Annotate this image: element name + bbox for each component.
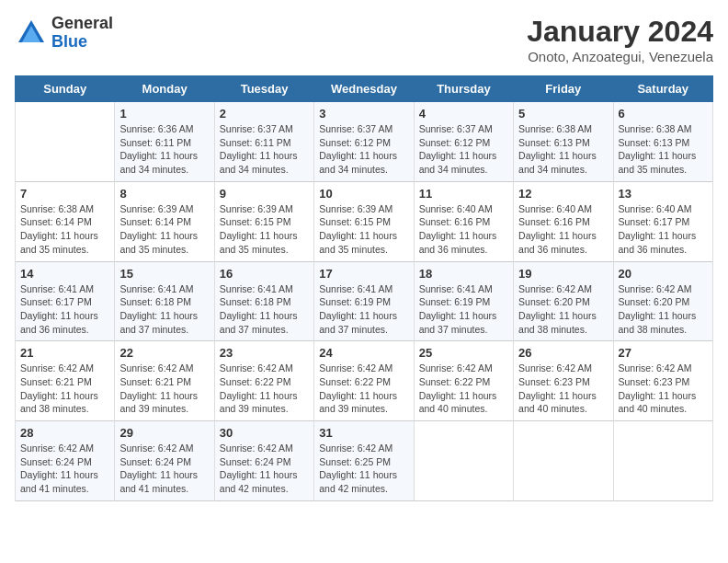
day-number: 22 [119,346,209,360]
calendar-header: SundayMondayTuesdayWednesdayThursdayFrid… [16,76,713,102]
day-cell: 7Sunrise: 6:38 AMSunset: 6:14 PMDaylight… [16,181,115,261]
day-cell: 11Sunrise: 6:40 AMSunset: 6:16 PMDayligh… [414,181,513,261]
day-detail: Sunrise: 6:42 AMSunset: 6:23 PMDaylight:… [619,362,708,416]
day-number: 19 [518,267,608,281]
day-cell: 2Sunrise: 6:37 AMSunset: 6:11 PMDaylight… [214,102,313,182]
day-detail: Sunrise: 6:37 AMSunset: 6:12 PMDaylight:… [419,122,508,177]
day-number: 28 [20,426,109,440]
col-header-tuesday: Tuesday [214,76,313,102]
day-cell: 29Sunrise: 6:42 AMSunset: 6:24 PMDayligh… [115,421,214,501]
calendar-table: SundayMondayTuesdayWednesdayThursdayFrid… [15,75,713,501]
day-cell [613,421,712,501]
logo-icon [15,17,48,50]
day-number: 16 [220,267,309,281]
col-header-monday: Monday [115,76,214,102]
day-cell: 1Sunrise: 6:36 AMSunset: 6:11 PMDaylight… [115,102,214,182]
calendar-body: 1Sunrise: 6:36 AMSunset: 6:11 PMDaylight… [16,102,713,501]
day-number: 31 [319,426,408,440]
day-detail: Sunrise: 6:40 AMSunset: 6:16 PMDaylight:… [419,202,508,257]
day-detail: Sunrise: 6:37 AMSunset: 6:11 PMDaylight:… [220,122,309,177]
day-cell: 14Sunrise: 6:41 AMSunset: 6:17 PMDayligh… [16,261,115,341]
day-detail: Sunrise: 6:38 AMSunset: 6:13 PMDaylight:… [518,122,608,177]
day-cell: 21Sunrise: 6:42 AMSunset: 6:21 PMDayligh… [16,341,115,421]
col-header-sunday: Sunday [16,76,115,102]
day-cell: 9Sunrise: 6:39 AMSunset: 6:15 PMDaylight… [214,181,313,261]
day-number: 12 [518,187,608,201]
day-cell: 31Sunrise: 6:42 AMSunset: 6:25 PMDayligh… [314,421,414,501]
day-detail: Sunrise: 6:42 AMSunset: 6:22 PMDaylight:… [220,362,309,416]
col-header-thursday: Thursday [414,76,513,102]
day-detail: Sunrise: 6:39 AMSunset: 6:15 PMDaylight:… [220,202,309,257]
day-detail: Sunrise: 6:42 AMSunset: 6:20 PMDaylight:… [619,282,708,337]
day-cell: 5Sunrise: 6:38 AMSunset: 6:13 PMDaylight… [514,102,613,182]
day-number: 3 [319,107,408,121]
day-detail: Sunrise: 6:42 AMSunset: 6:24 PMDaylight:… [119,442,209,496]
day-number: 1 [119,107,209,121]
day-detail: Sunrise: 6:41 AMSunset: 6:18 PMDaylight:… [119,282,209,337]
logo-text: General Blue [51,15,113,52]
week-row-2: 14Sunrise: 6:41 AMSunset: 6:17 PMDayligh… [16,261,713,341]
day-detail: Sunrise: 6:42 AMSunset: 6:20 PMDaylight:… [518,282,608,337]
day-cell: 16Sunrise: 6:41 AMSunset: 6:18 PMDayligh… [214,261,313,341]
day-detail: Sunrise: 6:42 AMSunset: 6:24 PMDaylight:… [20,442,109,496]
day-detail: Sunrise: 6:42 AMSunset: 6:25 PMDaylight:… [319,442,408,496]
col-header-friday: Friday [514,76,613,102]
day-cell: 26Sunrise: 6:42 AMSunset: 6:23 PMDayligh… [514,341,613,421]
day-number: 9 [220,187,309,201]
logo: General Blue [15,15,113,52]
day-number: 25 [419,346,508,360]
day-cell: 23Sunrise: 6:42 AMSunset: 6:22 PMDayligh… [214,341,313,421]
day-number: 27 [619,346,708,360]
day-detail: Sunrise: 6:39 AMSunset: 6:14 PMDaylight:… [119,202,209,257]
subtitle: Onoto, Anzoategui, Venezuela [527,49,713,64]
day-cell: 19Sunrise: 6:42 AMSunset: 6:20 PMDayligh… [514,261,613,341]
day-cell: 10Sunrise: 6:39 AMSunset: 6:15 PMDayligh… [314,181,414,261]
day-detail: Sunrise: 6:38 AMSunset: 6:14 PMDaylight:… [20,202,109,257]
day-number: 14 [20,267,109,281]
day-detail: Sunrise: 6:41 AMSunset: 6:17 PMDaylight:… [20,282,109,337]
day-detail: Sunrise: 6:42 AMSunset: 6:21 PMDaylight:… [20,362,109,416]
day-detail: Sunrise: 6:42 AMSunset: 6:21 PMDaylight:… [119,362,209,416]
day-detail: Sunrise: 6:42 AMSunset: 6:22 PMDaylight:… [319,362,408,416]
day-number: 21 [20,346,109,360]
day-detail: Sunrise: 6:42 AMSunset: 6:23 PMDaylight:… [518,362,608,416]
day-number: 29 [119,426,209,440]
day-number: 23 [220,346,309,360]
day-cell: 20Sunrise: 6:42 AMSunset: 6:20 PMDayligh… [613,261,712,341]
title-block: January 2024 Onoto, Anzoategui, Venezuel… [527,15,713,64]
day-cell [16,102,115,182]
day-number: 4 [419,107,508,121]
day-detail: Sunrise: 6:36 AMSunset: 6:11 PMDaylight:… [119,122,209,177]
day-number: 7 [20,187,109,201]
day-detail: Sunrise: 6:42 AMSunset: 6:24 PMDaylight:… [220,442,309,496]
week-row-0: 1Sunrise: 6:36 AMSunset: 6:11 PMDaylight… [16,102,713,182]
day-number: 11 [419,187,508,201]
day-number: 13 [619,187,708,201]
day-detail: Sunrise: 6:41 AMSunset: 6:19 PMDaylight:… [419,282,508,337]
day-detail: Sunrise: 6:38 AMSunset: 6:13 PMDaylight:… [619,122,708,177]
day-number: 30 [220,426,309,440]
day-number: 17 [319,267,408,281]
day-detail: Sunrise: 6:42 AMSunset: 6:22 PMDaylight:… [419,362,508,416]
day-number: 5 [518,107,608,121]
day-cell [414,421,513,501]
col-header-wednesday: Wednesday [314,76,414,102]
day-cell: 24Sunrise: 6:42 AMSunset: 6:22 PMDayligh… [314,341,414,421]
day-number: 15 [119,267,209,281]
day-cell: 17Sunrise: 6:41 AMSunset: 6:19 PMDayligh… [314,261,414,341]
day-cell: 4Sunrise: 6:37 AMSunset: 6:12 PMDaylight… [414,102,513,182]
day-number: 6 [619,107,708,121]
col-header-saturday: Saturday [613,76,712,102]
header-row: SundayMondayTuesdayWednesdayThursdayFrid… [16,76,713,102]
day-number: 24 [319,346,408,360]
day-detail: Sunrise: 6:37 AMSunset: 6:12 PMDaylight:… [319,122,408,177]
day-cell: 18Sunrise: 6:41 AMSunset: 6:19 PMDayligh… [414,261,513,341]
day-detail: Sunrise: 6:41 AMSunset: 6:18 PMDaylight:… [220,282,309,337]
day-cell: 30Sunrise: 6:42 AMSunset: 6:24 PMDayligh… [214,421,313,501]
day-cell: 13Sunrise: 6:40 AMSunset: 6:17 PMDayligh… [613,181,712,261]
week-row-3: 21Sunrise: 6:42 AMSunset: 6:21 PMDayligh… [16,341,713,421]
day-number: 2 [220,107,309,121]
logo-blue: Blue [51,33,113,52]
page-header: General Blue January 2024 Onoto, Anzoate… [15,15,713,64]
logo-general: General [51,15,113,33]
